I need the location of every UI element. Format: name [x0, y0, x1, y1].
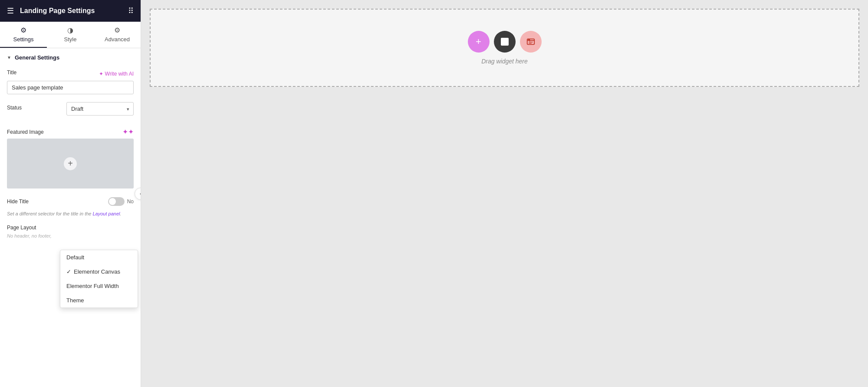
tab-style[interactable]: ◑ Style	[47, 22, 94, 48]
hamburger-icon[interactable]: ☰	[7, 6, 14, 16]
advanced-tab-label: Advanced	[105, 36, 130, 43]
style-tab-label: Style	[64, 36, 77, 43]
hide-title-row: Hide Title No	[0, 195, 141, 210]
write-ai-icon: ✦	[99, 71, 103, 77]
dropdown-item-elementor-full-width[interactable]: Elementor Full Width	[60, 279, 138, 293]
page-title: Landing Page Settings	[20, 7, 95, 15]
dropdown-item-label: Elementor Full Width	[66, 283, 119, 289]
panel-content: ▼ General Settings Title ✦ Write with AI…	[0, 48, 141, 387]
canvas-news-button[interactable]	[520, 31, 542, 53]
layout-panel-link[interactable]: Layout panel	[93, 211, 120, 216]
tab-advanced[interactable]: ⚙ Advanced	[94, 22, 141, 48]
style-tab-icon: ◑	[67, 26, 73, 34]
featured-image-ai-button[interactable]: ✦✦	[122, 128, 134, 136]
tab-bar: ⚙ Settings ◑ Style ⚙ Advanced	[0, 22, 141, 48]
title-field-group: Title ✦ Write with AI	[0, 67, 141, 99]
status-select-wrapper: Draft Published Private ▾	[66, 102, 134, 116]
canvas-add-button[interactable]: +	[468, 31, 490, 53]
checkmark-icon: ✓	[66, 268, 71, 275]
write-ai-label: Write with AI	[105, 71, 134, 77]
settings-tab-icon: ⚙	[20, 26, 26, 34]
featured-image-row: Featured Image ✦✦	[0, 123, 141, 139]
general-settings-label: General Settings	[15, 54, 59, 61]
dropdown-item-theme[interactable]: Theme	[60, 293, 138, 308]
advanced-tab-icon: ⚙	[114, 26, 120, 34]
image-upload-area[interactable]: +	[7, 139, 134, 189]
hide-title-toggle[interactable]	[108, 197, 125, 206]
toggle-knob	[109, 198, 116, 205]
grid-icon[interactable]: ⠿	[128, 6, 134, 16]
svg-rect-0	[501, 38, 509, 46]
write-ai-button[interactable]: ✦ Write with AI	[99, 71, 134, 77]
dropdown-item-label: Elementor Canvas	[74, 268, 120, 275]
dropdown-item-label: Theme	[66, 297, 84, 304]
status-select[interactable]: Draft Published Private	[66, 102, 134, 116]
toggle-value: No	[127, 198, 134, 205]
dropdown-item-label: Default	[66, 254, 84, 261]
page-layout-label: Page Layout	[7, 225, 36, 231]
canvas-stop-button[interactable]	[494, 31, 516, 53]
hide-title-label: Hide Title	[7, 198, 29, 205]
page-layout-row: Page Layout	[0, 222, 141, 232]
canvas-drop-area[interactable]: + Drag widget here	[150, 9, 859, 87]
title-input[interactable]	[7, 81, 134, 94]
status-field-group: Status Draft Published Private ▾	[0, 99, 141, 123]
footer-note: No header, no footer,	[0, 232, 141, 243]
main-canvas: + Drag widget here	[141, 0, 868, 387]
general-settings-section[interactable]: ▼ General Settings	[0, 48, 141, 67]
canvas-icons-row: +	[468, 31, 542, 53]
status-label: Status	[7, 105, 22, 111]
title-label: Title	[7, 69, 16, 76]
section-arrow-icon: ▼	[7, 55, 11, 60]
sidebar-header: ☰ Landing Page Settings ⠿	[0, 0, 141, 22]
drag-widget-text: Drag widget here	[481, 58, 528, 65]
info-text: Set a different selector for the title i…	[0, 210, 141, 222]
tab-settings[interactable]: ⚙ Settings	[0, 22, 47, 48]
toggle-container: No	[108, 197, 134, 206]
image-add-icon: +	[64, 157, 77, 170]
page-layout-dropdown: Default ✓ Elementor Canvas Elementor Ful…	[60, 250, 138, 308]
dropdown-item-default[interactable]: Default	[60, 250, 138, 265]
info-text-content: Set a different selector for the title i…	[7, 211, 93, 216]
dropdown-item-elementor-canvas[interactable]: ✓ Elementor Canvas	[60, 265, 138, 279]
featured-image-label: Featured Image	[7, 129, 44, 135]
settings-tab-label: Settings	[13, 36, 34, 43]
